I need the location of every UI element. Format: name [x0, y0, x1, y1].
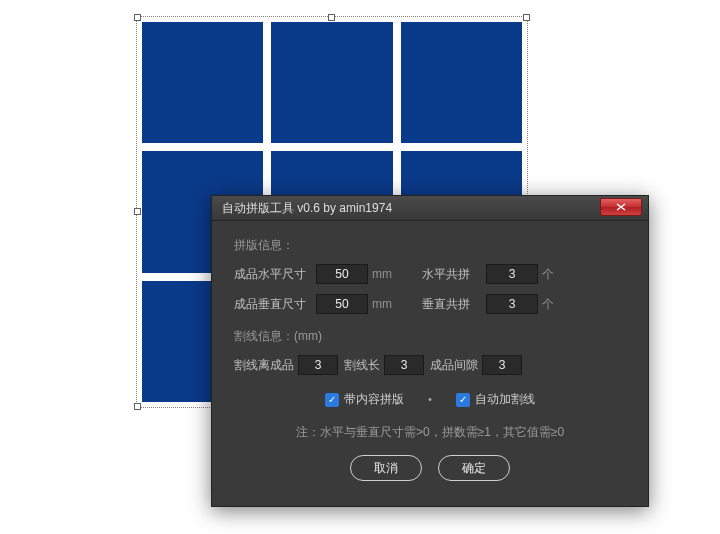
- dialog-title: 自动拼版工具 v0.6 by amin1974: [222, 200, 392, 217]
- cancel-button[interactable]: 取消: [350, 455, 422, 481]
- close-button[interactable]: [600, 198, 642, 216]
- tile-cell: [401, 22, 522, 143]
- imposition-dialog: 自动拼版工具 v0.6 by amin1974 拼版信息： 成品水平尺寸 mm …: [211, 195, 649, 507]
- checkbox-with-content-label: 带内容拼版: [344, 391, 404, 408]
- resize-handle-mid-left[interactable]: [134, 208, 141, 215]
- row-horizontal-size: 成品水平尺寸 mm 水平共拼 个: [234, 264, 626, 284]
- unit-h-size: mm: [372, 267, 398, 281]
- titlebar[interactable]: 自动拼版工具 v0.6 by amin1974: [212, 196, 648, 221]
- unit-v-count: 个: [542, 296, 560, 313]
- resize-handle-top-right[interactable]: [523, 14, 530, 21]
- input-cut-offset[interactable]: [298, 355, 338, 375]
- label-v-size: 成品垂直尺寸: [234, 296, 312, 313]
- check-icon: ✓: [456, 393, 470, 407]
- row-vertical-size: 成品垂直尺寸 mm 垂直共拼 个: [234, 294, 626, 314]
- input-h-size[interactable]: [316, 264, 368, 284]
- resize-handle-bottom-left[interactable]: [134, 403, 141, 410]
- row-cut-values: 割线离成品 割线长 成品间隙: [234, 355, 626, 375]
- label-cut-length: 割线长: [344, 357, 380, 374]
- label-h-size: 成品水平尺寸: [234, 266, 312, 283]
- section-cut-title: 割线信息：(mm): [234, 328, 626, 345]
- unit-h-count: 个: [542, 266, 560, 283]
- label-v-count: 垂直共拼: [422, 296, 482, 313]
- label-product-gap: 成品间隙: [430, 357, 478, 374]
- input-v-count[interactable]: [486, 294, 538, 314]
- tile-cell: [142, 22, 263, 143]
- tile-cell: [271, 22, 392, 143]
- input-product-gap[interactable]: [482, 355, 522, 375]
- checkbox-row: ✓ 带内容拼版 • ✓ 自动加割线: [234, 391, 626, 408]
- checkbox-auto-cutline[interactable]: ✓ 自动加割线: [456, 391, 535, 408]
- hint-text: 注：水平与垂直尺寸需>0，拼数需≥1，其它值需≥0: [234, 424, 626, 441]
- check-icon: ✓: [325, 393, 339, 407]
- checkbox-with-content[interactable]: ✓ 带内容拼版: [325, 391, 404, 408]
- resize-handle-top-mid[interactable]: [328, 14, 335, 21]
- input-v-size[interactable]: [316, 294, 368, 314]
- checkbox-auto-cutline-label: 自动加割线: [475, 391, 535, 408]
- input-h-count[interactable]: [486, 264, 538, 284]
- section-imposition-title: 拼版信息：: [234, 237, 626, 254]
- label-cut-offset: 割线离成品: [234, 357, 294, 374]
- dialog-buttons: 取消 确定: [234, 455, 626, 481]
- close-icon: [616, 203, 626, 211]
- resize-handle-top-left[interactable]: [134, 14, 141, 21]
- separator-dot: •: [428, 394, 432, 405]
- label-h-count: 水平共拼: [422, 266, 482, 283]
- dialog-body: 拼版信息： 成品水平尺寸 mm 水平共拼 个 成品垂直尺寸 mm 垂直共拼 个 …: [212, 221, 648, 491]
- input-cut-length[interactable]: [384, 355, 424, 375]
- ok-button[interactable]: 确定: [438, 455, 510, 481]
- unit-v-size: mm: [372, 297, 398, 311]
